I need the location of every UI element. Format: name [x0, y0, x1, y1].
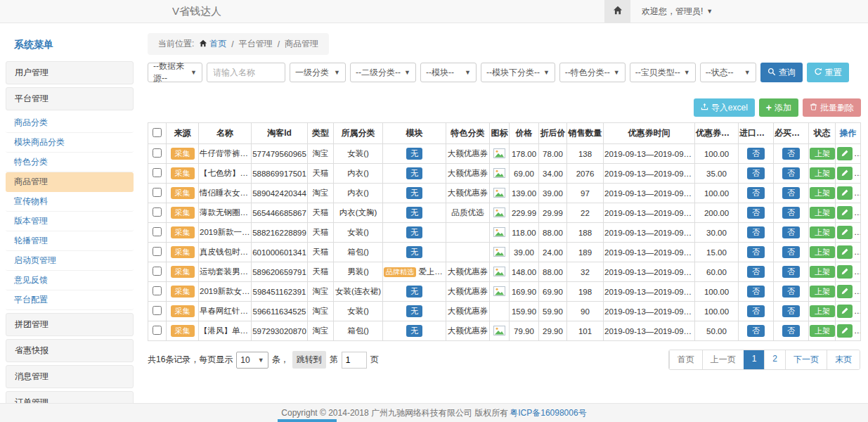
row-checkbox[interactable]: [153, 247, 162, 256]
add-button[interactable]: + 添加: [759, 98, 798, 117]
must-buy-toggle[interactable]: 否: [782, 226, 800, 238]
status-toggle[interactable]: 上架: [810, 266, 835, 278]
filter-select-level2-category[interactable]: --二级分类-- ▼: [350, 63, 416, 82]
row-checkbox[interactable]: [153, 188, 162, 197]
import-excel-button[interactable]: 导入excel: [694, 98, 755, 117]
sidebar-group-groupbuy[interactable]: 拼团管理: [6, 313, 134, 336]
row-checkbox[interactable]: [153, 267, 162, 276]
name-search-input[interactable]: [207, 63, 285, 82]
select-all-checkbox[interactable]: [153, 128, 162, 137]
status-toggle[interactable]: 上架: [810, 246, 835, 258]
import-select-toggle[interactable]: 否: [747, 325, 765, 337]
edit-button[interactable]: [837, 285, 853, 298]
sidebar-item-version-management[interactable]: 版本管理: [6, 212, 134, 231]
filter-select-feature-category[interactable]: --特色分类-- ▼: [559, 63, 626, 82]
product-type: 淘宝: [308, 302, 334, 321]
import-select-toggle[interactable]: 否: [747, 266, 765, 278]
must-buy-toggle[interactable]: 否: [782, 187, 800, 199]
filter-select-level1-category[interactable]: 一级分类 ▼: [290, 63, 346, 82]
jump-button[interactable]: 跳转到: [292, 351, 326, 369]
import-select-toggle[interactable]: 否: [747, 207, 765, 219]
must-buy-toggle[interactable]: 否: [782, 325, 800, 337]
must-buy-toggle[interactable]: 否: [782, 148, 800, 160]
pager-prev[interactable]: 上一页: [702, 350, 744, 369]
status-toggle[interactable]: 上架: [810, 207, 835, 219]
must-buy-toggle[interactable]: 否: [782, 246, 800, 258]
batch-delete-button[interactable]: 批量删除: [803, 98, 861, 117]
reset-button[interactable]: 重置: [807, 63, 849, 82]
horizontal-scrollbar-thumb[interactable]: [278, 419, 337, 422]
search-icon: [767, 68, 776, 78]
user-menu[interactable]: 欢迎您，管理员! ▼: [642, 6, 713, 18]
edit-button[interactable]: [837, 206, 853, 219]
filter-select-module-subcategory[interactable]: --模块下分类-- ▼: [481, 63, 555, 82]
sidebar-item-splash-management[interactable]: 启动页管理: [6, 251, 134, 271]
status-toggle[interactable]: 上架: [810, 226, 835, 238]
edit-button[interactable]: [837, 305, 853, 318]
icp-link[interactable]: 粤ICP备16098006号: [510, 407, 586, 419]
home-button[interactable]: [604, 0, 630, 23]
import-select-toggle[interactable]: 否: [747, 286, 765, 298]
pager-first[interactable]: 首页: [669, 350, 702, 369]
must-buy-toggle[interactable]: 否: [782, 207, 800, 219]
edit-button[interactable]: [837, 186, 853, 200]
sidebar-group-platform-management[interactable]: 平台管理: [6, 87, 134, 110]
edit-button[interactable]: [837, 226, 853, 239]
edit-button[interactable]: [837, 167, 853, 180]
row-checkbox[interactable]: [153, 306, 162, 315]
status-toggle[interactable]: 上架: [810, 305, 835, 317]
status-toggle[interactable]: 上架: [810, 286, 835, 298]
sidebar-item-module-product-category[interactable]: 模块商品分类: [6, 133, 134, 153]
pager-page-2[interactable]: 2: [764, 350, 785, 369]
page-number-input[interactable]: [342, 352, 367, 369]
row-checkbox[interactable]: [153, 227, 162, 236]
sidebar-item-product-category[interactable]: 商品分类: [6, 113, 134, 133]
import-select-toggle[interactable]: 否: [747, 305, 765, 317]
sidebar-item-feature-category[interactable]: 特色分类: [6, 153, 134, 172]
sidebar-group-user-management[interactable]: 用户管理: [6, 61, 134, 84]
status-toggle[interactable]: 上架: [810, 187, 835, 199]
import-select-toggle[interactable]: 否: [747, 167, 765, 179]
sidebar-group-order[interactable]: 订单管理: [6, 391, 134, 403]
pager-page-1[interactable]: 1: [744, 350, 765, 369]
sidebar-item-feedback[interactable]: 意见反馈: [6, 271, 134, 290]
feature-category: [446, 243, 490, 262]
breadcrumb-home-link[interactable]: 首页: [199, 38, 226, 50]
edit-button[interactable]: [837, 324, 853, 338]
search-button[interactable]: 查询: [760, 63, 803, 82]
row-checkbox[interactable]: [153, 207, 162, 217]
status-toggle[interactable]: 上架: [810, 148, 835, 160]
coupon-time: 2019-09-13—2019-09-17: [604, 203, 695, 223]
sidebar-item-carousel-management[interactable]: 轮播管理: [6, 231, 134, 251]
filter-select-data-source[interactable]: --数据来源-- ▼: [148, 63, 202, 82]
pager-next[interactable]: 下一页: [785, 350, 827, 369]
edit-button[interactable]: [837, 147, 853, 160]
sidebar-item-platform-config[interactable]: 平台配置: [6, 290, 134, 310]
row-checkbox[interactable]: [153, 168, 162, 177]
status-toggle[interactable]: 上架: [810, 325, 835, 337]
edit-button[interactable]: [837, 245, 853, 259]
edit-button[interactable]: [837, 265, 853, 279]
sidebar-item-product-management[interactable]: 商品管理: [6, 172, 134, 192]
must-buy-toggle[interactable]: 否: [782, 266, 800, 278]
filter-select-module[interactable]: --模块-- ▼: [420, 63, 477, 82]
import-select-toggle[interactable]: 否: [747, 148, 765, 160]
sidebar-group-message[interactable]: 消息管理: [6, 365, 134, 388]
must-buy-toggle[interactable]: 否: [782, 286, 800, 298]
must-buy-toggle[interactable]: 否: [782, 167, 800, 179]
status-toggle[interactable]: 上架: [810, 167, 835, 179]
row-checkbox[interactable]: [153, 148, 162, 158]
row-checkbox[interactable]: [153, 326, 162, 335]
sidebar-group-express[interactable]: 省惠快报: [6, 339, 134, 362]
filter-select-status[interactable]: --状态-- ▼: [700, 63, 756, 82]
must-buy-toggle[interactable]: 否: [782, 305, 800, 317]
row-checkbox[interactable]: [153, 286, 162, 295]
discount-price: 78.00: [539, 144, 567, 164]
pager-last[interactable]: 末页: [827, 350, 860, 369]
sidebar-item-promo-material[interactable]: 宣传物料: [6, 192, 134, 212]
import-select-toggle[interactable]: 否: [747, 187, 765, 199]
import-select-toggle[interactable]: 否: [747, 246, 765, 258]
import-select-toggle[interactable]: 否: [747, 226, 765, 238]
filter-select-item-type[interactable]: --宝贝类型-- ▼: [630, 63, 696, 82]
per-page-select[interactable]: 10 ▼: [236, 352, 268, 369]
